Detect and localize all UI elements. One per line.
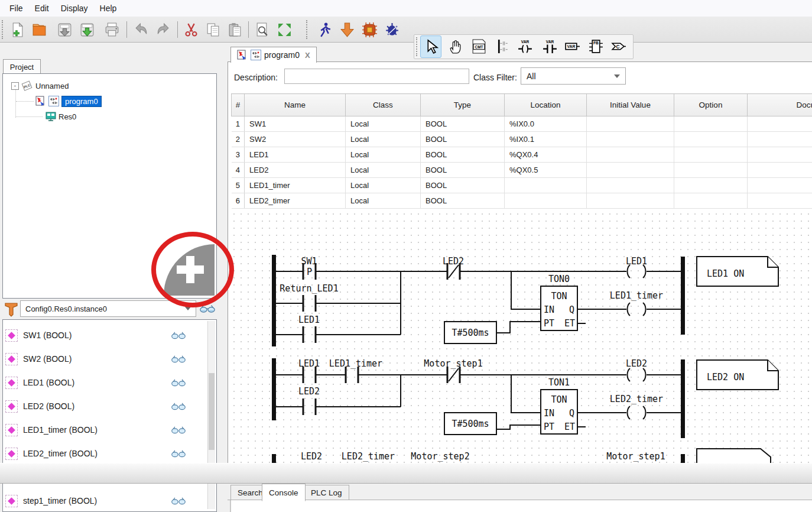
cell-class[interactable]: Local	[346, 163, 421, 178]
toolbar-gripper[interactable]	[2, 20, 5, 39]
save-as-button[interactable]	[77, 19, 97, 40]
cell-option[interactable]	[674, 132, 748, 147]
cell-class[interactable]: Local	[346, 147, 421, 163]
table-row[interactable]: 4LED2LocalBOOL%QX0.5	[232, 163, 812, 178]
cell-name[interactable]: LED1_timer	[245, 178, 346, 193]
cell-type[interactable]: BOOL	[421, 132, 505, 147]
debug-var-led2-timer[interactable]: LED2_timer (BOOL)	[5, 443, 206, 464]
tree-item-program0[interactable]: program0	[35, 95, 102, 107]
menu-edit[interactable]: Edit	[29, 2, 55, 15]
fb-tool-button[interactable]: FB	[586, 35, 606, 57]
cell-type[interactable]: BOOL	[421, 116, 505, 132]
menu-help[interactable]: Help	[94, 2, 123, 15]
cell-location[interactable]	[505, 193, 587, 209]
cell-class[interactable]: Local	[346, 132, 421, 147]
powerrail-tool-button[interactable]	[492, 35, 512, 57]
comment-box-partial[interactable]	[697, 449, 771, 463]
cell-option[interactable]	[674, 116, 748, 132]
coil-led2-timer[interactable]: LED2_timer	[610, 394, 663, 419]
watch-glasses-icon[interactable]	[171, 497, 186, 505]
cell-name[interactable]: SW2	[245, 132, 346, 147]
debug-instance-icon[interactable]	[4, 302, 18, 317]
fullscreen-button[interactable]	[274, 19, 294, 40]
close-tab-icon[interactable]: X	[305, 51, 310, 60]
tree-item-root[interactable]: - PLC Unnamed	[11, 80, 69, 92]
contact-sw1-rising-edge[interactable]: SW1 P	[301, 256, 317, 280]
cell-initial[interactable]	[587, 193, 674, 209]
cell-option[interactable]	[674, 193, 748, 209]
collapse-icon[interactable]: -	[11, 82, 19, 90]
connect-button[interactable]	[359, 19, 379, 40]
debug-var-led2[interactable]: LED2 (BOOL)	[5, 396, 206, 417]
debug-var-sw2[interactable]: SW2 (BOOL)	[5, 348, 206, 370]
scrollbar-thumb[interactable]	[209, 373, 215, 450]
print-button[interactable]	[102, 19, 122, 40]
open-project-button[interactable]	[30, 19, 50, 40]
watch-glasses-icon[interactable]	[171, 378, 186, 387]
cell-name[interactable]: LED2	[245, 163, 346, 178]
console-output[interactable]	[230, 500, 812, 512]
table-row[interactable]: 5LED1_timerLocalBOOL	[232, 178, 812, 193]
coil-led1-timer[interactable]: LED1_timer	[610, 290, 663, 316]
table-row[interactable]: 1SW1LocalBOOL%IX0.0	[232, 116, 812, 132]
toolbar-gripper[interactable]	[306, 20, 310, 39]
preset-t500ms[interactable]: T#500ms	[444, 322, 496, 344]
cell-name[interactable]: LED2_timer	[245, 193, 346, 209]
transfer-button[interactable]	[337, 19, 357, 40]
ton1-block[interactable]: TON1 TON IN Q PT ET	[541, 377, 577, 434]
debug-button[interactable]	[382, 19, 402, 40]
cell-option[interactable]	[674, 163, 748, 178]
ton0-block[interactable]: TON0 TON IN Q PT ET	[541, 274, 577, 330]
left-power-rail[interactable]	[272, 358, 276, 420]
cell-type[interactable]: BOOL	[421, 163, 505, 178]
left-power-rail[interactable]	[272, 255, 276, 346]
cell-doc[interactable]	[748, 178, 812, 193]
cell-initial[interactable]	[587, 147, 674, 163]
coil-led1[interactable]: LED1	[626, 256, 647, 278]
nc-contact-led2[interactable]: LED2	[443, 256, 464, 280]
connection-tool-button[interactable]: C	[608, 35, 628, 57]
watch-glasses-icon[interactable]	[171, 355, 186, 363]
contact-return-led1[interactable]: Return_LED1	[280, 283, 338, 312]
variable-tool-button[interactable]: VAR	[562, 35, 582, 57]
right-power-rail[interactable]	[681, 359, 685, 438]
comment-tool-button[interactable]: CMT	[469, 35, 489, 57]
instance-path-combo[interactable]: Config0.Res0.instance0	[20, 300, 196, 317]
cell-location[interactable]: %QX0.5	[505, 163, 587, 178]
cell-initial[interactable]	[587, 163, 674, 178]
class-filter-select[interactable]: All	[521, 67, 626, 85]
contact-led1[interactable]: LED1	[298, 315, 320, 343]
contact-tool-button[interactable]: VAR	[540, 35, 560, 57]
cell-location[interactable]: %QX0.4	[505, 147, 587, 163]
cell-initial[interactable]	[587, 132, 674, 147]
contact-led2[interactable]: LED2	[298, 386, 320, 415]
contact-led2-label[interactable]: LED2	[301, 451, 322, 462]
cell-option[interactable]	[674, 178, 748, 193]
save-button[interactable]	[54, 19, 74, 40]
watch-glasses-icon[interactable]	[171, 449, 186, 458]
debug-var-sw1[interactable]: SW1 (BOOL)	[5, 325, 206, 346]
tab-program0[interactable]: program0 X	[230, 47, 317, 63]
watch-glasses-icon[interactable]	[171, 402, 186, 410]
coil-motor-step1-label[interactable]: Motor_step1	[606, 451, 665, 462]
debug-var-led1-timer[interactable]: LED1_timer (BOOL)	[5, 419, 206, 440]
comment-led1-on[interactable]: LED1 ON	[697, 257, 778, 286]
contact-led1[interactable]: LED1	[298, 358, 320, 383]
cell-initial[interactable]	[587, 116, 674, 132]
cell-location[interactable]	[505, 178, 587, 193]
cell-type[interactable]: BOOL	[421, 193, 505, 209]
undo-button[interactable]	[131, 19, 151, 40]
nc-contact-motor-step2-label[interactable]: Motor_step2	[411, 451, 469, 462]
select-tool-button[interactable]	[420, 35, 441, 58]
debug-var-step1-timer[interactable]: step1_timer (BOOL)	[5, 490, 206, 511]
coil-led2[interactable]: LED2	[626, 358, 647, 381]
cell-class[interactable]: Local	[346, 178, 421, 193]
menu-file[interactable]: File	[4, 2, 29, 15]
cell-doc[interactable]	[748, 193, 812, 209]
nc-contact-motor-step1[interactable]: Motor_step1	[424, 358, 482, 383]
cell-location[interactable]: %IX0.0	[505, 116, 587, 132]
coil-tool-button[interactable]: VAR	[515, 35, 535, 57]
cell-doc[interactable]	[748, 147, 812, 163]
menu-display[interactable]: Display	[55, 2, 94, 15]
cut-button[interactable]	[181, 19, 201, 40]
